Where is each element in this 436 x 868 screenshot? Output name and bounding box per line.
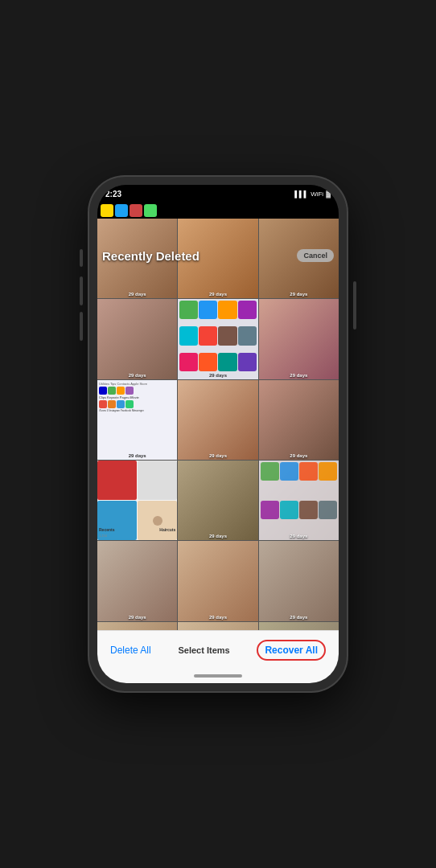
- bottom-toolbar: Delete All Select Items Recover All: [97, 630, 339, 669]
- signal-icon: ▌▌▌: [294, 190, 308, 198]
- app-screenshot-cell[interactable]: Utilities Tips Contacts Apple Store Clip…: [97, 380, 177, 460]
- twitter-icon: [115, 204, 128, 217]
- photo-cell[interactable]: 29 days: [259, 299, 339, 379]
- screenshot-cell[interactable]: 29 days: [178, 299, 257, 379]
- gmail-icon: [130, 204, 142, 217]
- volume-down-button[interactable]: [80, 312, 83, 341]
- phone-screen: 2:23 ▌▌▌ WiFi ▓ Recently Deleted Cancel: [97, 185, 339, 683]
- snapchat-icon: [101, 204, 113, 217]
- photo-cell[interactable]: 29 days: [259, 622, 339, 630]
- app-icon-row: [97, 203, 339, 219]
- home-indicator-area: [97, 669, 339, 683]
- photo-cell[interactable]: 29 days: [178, 541, 257, 620]
- battery-icon: ▓: [326, 190, 331, 198]
- messages-icon: [144, 204, 157, 217]
- photo-cell[interactable]: 29 days: [178, 461, 257, 540]
- power-button[interactable]: [353, 281, 356, 330]
- volume-up-button[interactable]: [80, 276, 83, 305]
- wifi-icon: WiFi: [311, 190, 323, 198]
- delete-all-button[interactable]: Delete All: [110, 645, 151, 656]
- recent-albums-cell[interactable]: Recents Haircuts 1,234: [97, 461, 177, 540]
- photo-cell[interactable]: 29 days: [178, 622, 257, 630]
- photo-cell[interactable]: 29 days: [178, 380, 257, 460]
- recently-deleted-title: Recently Deleted: [102, 249, 199, 263]
- photo-cell[interactable]: 29 days: [259, 541, 339, 620]
- photo-cell[interactable]: 29 days: [97, 622, 177, 630]
- photo-grid: 29 days 29 days 29 days 29 days: [97, 219, 339, 630]
- home-bar[interactable]: [194, 674, 242, 678]
- select-items-label: Select Items: [178, 645, 229, 655]
- cancel-button[interactable]: Cancel: [297, 249, 334, 262]
- recover-all-button[interactable]: Recover All: [257, 640, 326, 661]
- photo-scroll-area[interactable]: Recently Deleted Cancel 29 days 29 days: [97, 219, 339, 630]
- status-time: 2:23: [105, 190, 121, 199]
- status-icons: ▌▌▌ WiFi ▓: [294, 190, 331, 198]
- photo-cell[interactable]: 29 days: [259, 380, 339, 460]
- photo-cell[interactable]: 29 days: [97, 541, 177, 620]
- photo-cell[interactable]: 29 days: [97, 299, 177, 379]
- photo-cell[interactable]: 29 days: [259, 461, 339, 540]
- status-bar: 2:23 ▌▌▌ WiFi ▓: [97, 185, 339, 203]
- phone-frame: 2:23 ▌▌▌ WiFi ▓ Recently Deleted Cancel: [89, 177, 347, 691]
- mute-button[interactable]: [80, 249, 83, 267]
